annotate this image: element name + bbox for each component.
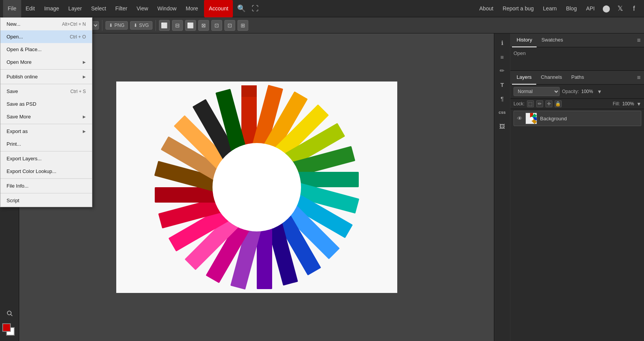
menubar: File Edit Image Layer Select Filter View…: [0, 0, 644, 17]
twitter-icon[interactable]: 𝕏: [613, 2, 627, 15]
history-panel: History Swatches ≡ Open: [510, 33, 644, 71]
account-button[interactable]: Account: [204, 0, 233, 17]
svg-rect-10: [241, 85, 257, 97]
menu-edit[interactable]: Edit: [21, 0, 40, 17]
opacity-arrow-button[interactable]: ▼: [597, 89, 602, 95]
blend-mode-select[interactable]: Normal Multiply Screen Overlay: [514, 87, 560, 96]
foreground-color-swatch[interactable]: [2, 323, 11, 332]
svg-point-5: [7, 311, 11, 315]
menu-item-file-info[interactable]: File Info...: [0, 180, 92, 192]
menu-window[interactable]: Window: [153, 0, 181, 17]
menu-report-bug[interactable]: Report a bug: [498, 0, 539, 17]
menu-item-open[interactable]: Open... Ctrl + O: [0, 30, 92, 43]
layer-visibility-toggle[interactable]: 👁: [517, 115, 522, 121]
export-svg-button[interactable]: ⬇ SVG: [130, 21, 152, 30]
png-label: PNG: [114, 23, 124, 28]
divider-1: [0, 69, 92, 70]
divider-3: [0, 124, 92, 124]
download-svg-icon: ⬇: [134, 23, 137, 28]
text-panel-button[interactable]: T: [496, 78, 509, 91]
css-panel-button[interactable]: css: [496, 106, 509, 119]
history-panel-menu-button[interactable]: ≡: [635, 37, 643, 44]
menu-item-export-color[interactable]: Export Color Lookup...: [0, 165, 92, 178]
layers-blend-opacity-row: Normal Multiply Screen Overlay Opacity: …: [510, 85, 644, 99]
open-place-label: Open & Place...: [7, 47, 42, 52]
paragraph-panel-button[interactable]: ¶: [496, 92, 509, 105]
main-layout: T ¶ <> ><: [0, 33, 644, 341]
reddit-icon[interactable]: ⬤: [599, 2, 613, 15]
fill-label: Fill:: [613, 101, 620, 106]
menu-about[interactable]: About: [475, 0, 498, 17]
lock-pixels-button[interactable]: ✏: [536, 100, 543, 107]
export-png-button[interactable]: ⬇ PNG: [105, 21, 128, 30]
menu-item-publish[interactable]: Publish online: [0, 70, 92, 83]
fill-arrow-button[interactable]: ▼: [636, 101, 641, 107]
new-shortcut: Alt+Ctrl + N: [62, 22, 86, 27]
menu-item-new[interactable]: New... Alt+Ctrl + N: [0, 18, 92, 30]
brush-panel-button[interactable]: ✏: [496, 64, 509, 77]
menu-view[interactable]: View: [132, 0, 153, 17]
search-icon[interactable]: 🔍: [234, 2, 248, 15]
align-right-icon[interactable]: ⬜: [185, 20, 196, 31]
layer-background[interactable]: 👁 Background: [514, 111, 641, 126]
lock-position-button[interactable]: ✛: [545, 100, 552, 107]
color-swatch-area: [2, 323, 17, 338]
publish-label: Publish online: [7, 74, 38, 80]
menu-learn[interactable]: Learn: [539, 0, 562, 17]
lock-transparency-button[interactable]: ⬚: [527, 100, 534, 107]
history-tab[interactable]: History: [512, 33, 537, 47]
facebook-icon[interactable]: f: [627, 2, 641, 15]
channels-tab[interactable]: Channels: [536, 71, 567, 85]
menu-select[interactable]: Select: [87, 0, 111, 17]
opacity-label: Opacity:: [562, 89, 579, 94]
history-panel-content: Open: [510, 47, 644, 70]
menu-item-save[interactable]: Save Ctrl + S: [0, 85, 92, 98]
layers-lock-fill-row: Lock: ⬚ ✏ ✛ 🔒 Fill: 100% ▼: [510, 99, 644, 109]
save-psd-label: Save as PSD: [7, 101, 36, 107]
menu-item-print[interactable]: Print...: [0, 138, 92, 150]
right-panel: ℹ ≡ ✏ T ¶ css 🖼 History Swatches ≡: [494, 33, 644, 341]
layers-tab[interactable]: Layers: [512, 71, 536, 85]
layers-panel-menu-button[interactable]: ≡: [635, 74, 643, 81]
menu-image[interactable]: Image: [40, 0, 64, 17]
menu-item-open-place[interactable]: Open & Place...: [0, 43, 92, 56]
paths-tab[interactable]: Paths: [567, 71, 589, 85]
fullscreen-icon[interactable]: ⛶: [248, 2, 262, 15]
distribute-right-icon[interactable]: ⊡: [224, 20, 235, 31]
menu-item-save-psd[interactable]: Save as PSD: [0, 98, 92, 110]
file-info-label: File Info...: [7, 183, 28, 189]
menu-blog[interactable]: Blog: [561, 0, 581, 17]
distribute-center-icon[interactable]: ⊡: [211, 20, 222, 31]
export-layers-label: Export Layers...: [7, 156, 42, 161]
pencils-illustration: [116, 82, 397, 293]
menu-filter[interactable]: Filter: [111, 0, 132, 17]
save-shortcut: Ctrl + S: [70, 89, 86, 94]
menu-item-open-more[interactable]: Open More: [0, 56, 92, 68]
align-left-icon[interactable]: ⬜: [159, 20, 170, 31]
distribute-gap-icon[interactable]: ⊞: [238, 20, 248, 31]
menu-file[interactable]: File: [3, 0, 21, 17]
menu-item-save-more[interactable]: Save More: [0, 110, 92, 123]
right-icon-column: ℹ ≡ ✏ T ¶ css 🖼: [494, 33, 510, 341]
info-panel-button[interactable]: ℹ: [496, 37, 509, 50]
adjustments-panel-button[interactable]: ≡: [496, 50, 509, 63]
search-tool-button[interactable]: [3, 306, 17, 320]
history-entry-open: Open: [514, 50, 526, 56]
lock-all-button[interactable]: 🔒: [555, 100, 562, 107]
layer-name-label: Background: [540, 116, 567, 121]
menu-layer[interactable]: Layer: [64, 0, 87, 17]
image-panel-button[interactable]: 🖼: [496, 120, 509, 133]
align-center-icon[interactable]: ⊟: [172, 20, 183, 31]
divider-5: [0, 178, 92, 179]
menu-item-export-layers[interactable]: Export Layers...: [0, 152, 92, 165]
swatches-tab[interactable]: Swatches: [537, 33, 567, 47]
menu-item-export-as[interactable]: Export as: [0, 125, 92, 138]
export-color-label: Export Color Lookup...: [7, 168, 56, 174]
menu-more[interactable]: More: [181, 0, 203, 17]
lock-label: Lock:: [514, 101, 525, 106]
fill-value: 100%: [622, 101, 634, 106]
distribute-left-icon[interactable]: ⊠: [198, 20, 209, 31]
svg-line-6: [11, 314, 12, 316]
menu-item-script[interactable]: Script: [0, 194, 92, 207]
menu-api[interactable]: API: [581, 0, 599, 17]
